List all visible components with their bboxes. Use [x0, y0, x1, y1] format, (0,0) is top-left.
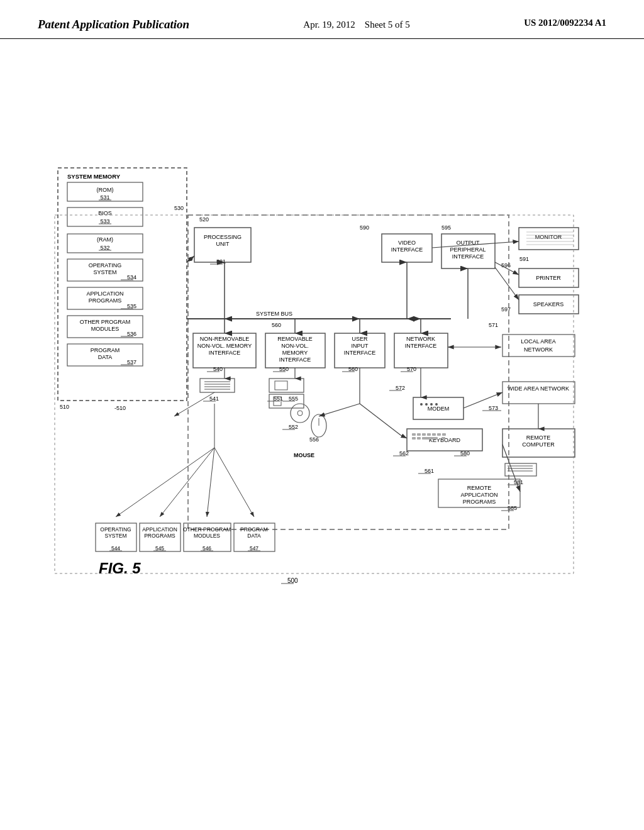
svg-text:REMOTE: REMOTE	[526, 434, 551, 441]
svg-text:INPUT: INPUT	[352, 343, 369, 349]
svg-text:PRINTER: PRINTER	[536, 275, 561, 281]
svg-line-134	[174, 392, 214, 416]
svg-text:MODULES: MODULES	[91, 326, 119, 332]
svg-line-215	[160, 448, 214, 517]
svg-text:596: 596	[501, 262, 511, 268]
svg-text:500: 500	[287, 577, 298, 584]
svg-point-143	[425, 403, 428, 406]
svg-line-172	[401, 435, 407, 438]
svg-text:MOUSE: MOUSE	[294, 452, 314, 458]
svg-text:COMPUTER: COMPUTER	[522, 441, 555, 448]
svg-point-121	[297, 411, 303, 416]
patent-number: US 2012/0092234 A1	[524, 18, 606, 28]
svg-line-214	[116, 448, 214, 517]
svg-rect-165	[422, 437, 438, 440]
svg-text:OTHER PROGRAM: OTHER PROGRAM	[183, 526, 231, 533]
svg-text:OTHER PROGRAM: OTHER PROGRAM	[80, 319, 131, 325]
svg-text:LOCAL AREA: LOCAL AREA	[521, 338, 556, 345]
svg-text:SPEAKERS: SPEAKERS	[533, 301, 564, 307]
date-sheet: Apr. 19, 2012 Sheet 5 of 5	[303, 18, 410, 32]
svg-text:APPLICATION: APPLICATION	[142, 526, 177, 533]
svg-text:MODEM: MODEM	[428, 406, 450, 412]
page-header: Patent Application Publication Apr. 19, …	[0, 0, 644, 39]
svg-text:OPERATING: OPERATING	[100, 526, 131, 533]
svg-line-216	[207, 448, 214, 517]
svg-text:INTERFACE: INTERFACE	[405, 343, 437, 349]
svg-point-144	[430, 403, 433, 406]
svg-line-171	[360, 404, 401, 435]
svg-point-145	[435, 403, 438, 406]
svg-text:REMOVABLE: REMOVABLE	[277, 336, 312, 342]
svg-text:INTERFACE: INTERFACE	[452, 253, 484, 260]
svg-text:530: 530	[174, 205, 184, 211]
svg-text:PROGRAMS: PROGRAMS	[144, 533, 175, 539]
svg-rect-159	[427, 433, 431, 436]
svg-text:NON-VOL.: NON-VOL.	[281, 343, 309, 349]
svg-text:510: 510	[60, 404, 69, 410]
svg-text:SYSTEM: SYSTEM	[93, 269, 116, 275]
svg-text:MODULES: MODULES	[194, 533, 220, 539]
svg-rect-156	[412, 433, 416, 436]
svg-rect-114	[269, 379, 304, 392]
diagram-container: SYSTEM MEMORY (ROM) 531 530 520 BIOS 533…	[48, 165, 596, 607]
main-content: SYSTEM MEMORY (ROM) 531 530 520 BIOS 533…	[0, 39, 644, 633]
svg-text:PROGRAMS: PROGRAMS	[463, 499, 496, 505]
svg-text:UNIT: UNIT	[216, 241, 230, 247]
svg-line-217	[214, 448, 254, 517]
svg-text:DATA: DATA	[247, 533, 261, 539]
svg-rect-160	[432, 433, 436, 436]
svg-rect-115	[275, 381, 287, 390]
svg-text:NETWORK: NETWORK	[524, 346, 553, 353]
svg-line-105	[495, 267, 519, 300]
svg-text:PROGRAM: PROGRAM	[240, 526, 268, 533]
svg-text:PROGRAMS: PROGRAMS	[89, 297, 122, 304]
svg-point-142	[420, 403, 423, 406]
svg-text:SYSTEM BUS: SYSTEM BUS	[256, 311, 292, 317]
svg-text:INTERFACE: INTERFACE	[209, 350, 241, 356]
svg-text:SYSTEM: SYSTEM	[105, 533, 127, 539]
svg-text:-510: -510	[114, 405, 126, 411]
svg-text:INTERFACE: INTERFACE	[391, 246, 423, 253]
patent-diagram: SYSTEM MEMORY (ROM) 531 530 520 BIOS 533…	[48, 165, 596, 605]
svg-rect-157	[417, 433, 421, 436]
svg-text:NETWORK: NETWORK	[406, 336, 435, 342]
svg-text:(RAM): (RAM)	[97, 236, 113, 243]
svg-text:556: 556	[309, 436, 319, 443]
svg-text:OPERATING: OPERATING	[89, 262, 121, 268]
svg-line-131	[319, 404, 360, 416]
svg-text:REMOTE: REMOTE	[467, 485, 492, 491]
svg-text:597: 597	[501, 306, 511, 313]
svg-rect-176	[505, 463, 536, 476]
svg-rect-163	[412, 437, 416, 440]
svg-rect-106	[200, 379, 235, 392]
svg-text:560: 560	[272, 322, 281, 328]
svg-text:591: 591	[519, 256, 529, 262]
svg-rect-161	[437, 433, 441, 436]
svg-rect-158	[422, 433, 426, 436]
sheet-info: Sheet 5 of 5	[365, 19, 410, 30]
svg-text:DATA: DATA	[98, 354, 113, 360]
svg-text:SYSTEM MEMORY: SYSTEM MEMORY	[67, 173, 121, 180]
svg-text:PROCESSING: PROCESSING	[204, 234, 242, 240]
svg-text:FIG. 5: FIG. 5	[99, 560, 141, 577]
svg-rect-166	[441, 437, 445, 440]
svg-text:595: 595	[441, 224, 451, 231]
svg-text:USER: USER	[352, 336, 368, 342]
svg-text:NON-VOL. MEMORY: NON-VOL. MEMORY	[197, 343, 252, 349]
svg-text:APPLICATION: APPLICATION	[87, 290, 124, 297]
svg-text:APPLICATION: APPLICATION	[461, 492, 498, 498]
svg-rect-164	[417, 437, 421, 440]
svg-point-120	[291, 404, 309, 423]
svg-text:NON-REMOVABLE: NON-REMOVABLE	[200, 336, 249, 342]
pub-date: Apr. 19, 2012	[303, 19, 355, 30]
svg-rect-162	[442, 433, 446, 436]
svg-text:520: 520	[199, 216, 209, 223]
svg-text:PROGRAM: PROGRAM	[91, 347, 120, 353]
svg-text:WIDE AREA NETWORK: WIDE AREA NETWORK	[508, 385, 569, 392]
svg-text:590: 590	[360, 224, 369, 231]
svg-text:(ROM): (ROM)	[97, 187, 114, 193]
svg-text:VIDEO: VIDEO	[398, 240, 416, 246]
svg-text:MONITOR: MONITOR	[535, 234, 562, 240]
svg-text:571: 571	[489, 322, 498, 328]
svg-text:INTERFACE: INTERFACE	[279, 357, 311, 363]
